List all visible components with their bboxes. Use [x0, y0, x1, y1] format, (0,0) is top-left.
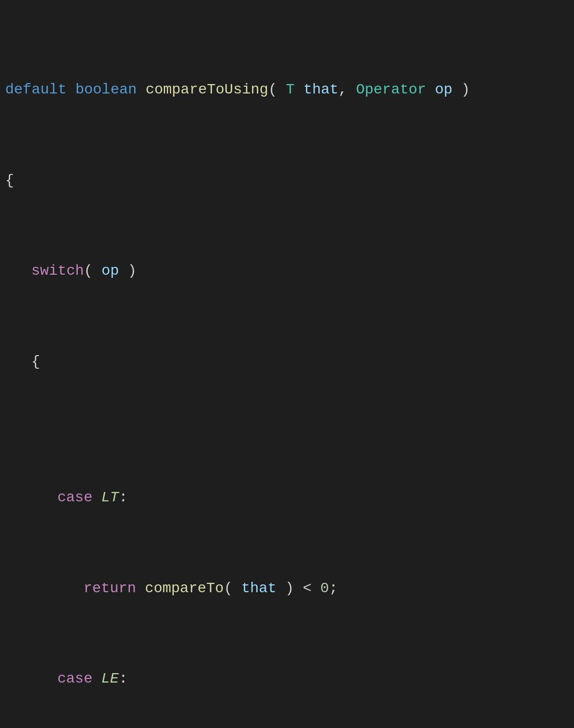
label-LE: LE [101, 671, 119, 687]
num-lt: 0 [320, 580, 329, 596]
colon-le: : [119, 671, 128, 687]
paren-close-lt: ) [277, 580, 303, 596]
punct-space2 [137, 81, 146, 98]
switch-op-var: op [101, 263, 119, 279]
kw-switch: switch [31, 263, 84, 279]
type-T: T [286, 81, 295, 98]
punct-comma: , [339, 81, 356, 98]
fn-compareToUsing: compareToUsing [146, 81, 268, 98]
punct-space [67, 81, 76, 98]
label-LT: LT [101, 489, 119, 506]
punct-close-paren: ) [452, 81, 470, 98]
line-switch: switch( op ) [5, 260, 569, 282]
outer-brace-open: { [5, 172, 14, 189]
op-lt: < [303, 580, 320, 596]
line-switch-brace: { [5, 350, 569, 373]
punct-space4 [295, 81, 304, 98]
space-compareTo-lt [136, 580, 145, 596]
punct-space3 [277, 81, 286, 98]
colon-lt: : [119, 489, 128, 506]
space-le [92, 671, 101, 687]
code-container: default boolean compareToUsing( T that, … [5, 10, 569, 728]
punct-switch-paren: ( [84, 263, 102, 279]
semi-lt: ; [329, 580, 338, 596]
line-case-le: case LE: [5, 667, 569, 690]
line-open-brace: { [5, 169, 569, 192]
keyword-boolean: boolean [75, 81, 137, 98]
fn-compareTo-lt: compareTo [145, 580, 224, 596]
switch-brace-open: { [31, 354, 40, 370]
line-return-lt: return compareTo( that ) < 0; [5, 577, 569, 600]
kw-case-le: case [57, 671, 92, 687]
line-signature: default boolean compareToUsing( T that, … [5, 78, 569, 101]
type-operator: Operator [356, 81, 426, 98]
keyword-default: default [5, 81, 67, 98]
space-lt [92, 489, 101, 506]
that-lt: that [241, 580, 276, 596]
punct-space5 [426, 81, 435, 98]
punct-switch-close: ) [119, 263, 137, 279]
paren-lt: ( [224, 580, 242, 596]
punct-paren-open: ( [268, 81, 277, 98]
line-case-lt: case LT: [5, 486, 569, 509]
kw-case-lt: case [57, 489, 92, 506]
param-that: that [303, 81, 338, 98]
kw-return-lt: return [83, 580, 136, 596]
param-op: op [435, 81, 452, 98]
